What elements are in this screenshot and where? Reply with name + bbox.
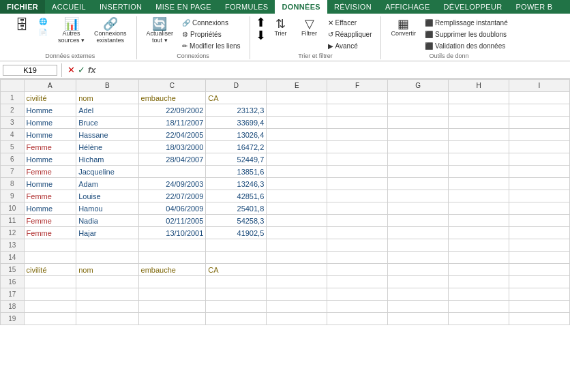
cell-3-B[interactable]: Bruce bbox=[76, 117, 138, 129]
cell-1-D[interactable]: CA bbox=[206, 92, 267, 104]
btn-actualiser-tout[interactable]: 🔄 Actualisertout ▾ bbox=[142, 16, 178, 45]
cell-17-H[interactable] bbox=[449, 288, 509, 301]
cell-4-E[interactable] bbox=[267, 129, 327, 141]
btn-effacer[interactable]: ✕ Effacer bbox=[325, 18, 376, 28]
cell-5-F[interactable] bbox=[327, 141, 388, 153]
cell-4-D[interactable]: 13026,4 bbox=[206, 129, 267, 141]
cell-2-C[interactable]: 22/09/2002 bbox=[138, 104, 206, 117]
btn-filtrer[interactable]: ▽ Filtrer bbox=[296, 16, 323, 38]
cell-12-E[interactable] bbox=[267, 227, 327, 239]
cell-6-A[interactable]: Homme bbox=[24, 153, 76, 166]
cell-2-I[interactable] bbox=[509, 104, 569, 117]
btn-avance[interactable]: ▶ Avancé bbox=[325, 41, 376, 51]
cell-1-I[interactable] bbox=[509, 92, 569, 104]
cell-11-D[interactable]: 54258,3 bbox=[206, 215, 267, 227]
cell-14-F[interactable] bbox=[327, 252, 388, 264]
cell-13-G[interactable] bbox=[388, 239, 449, 252]
cell-16-A[interactable] bbox=[24, 276, 76, 288]
formula-input[interactable] bbox=[100, 66, 570, 74]
cell-12-A[interactable]: Femme bbox=[24, 227, 76, 239]
cell-11-I[interactable] bbox=[509, 215, 569, 227]
cell-14-G[interactable] bbox=[388, 252, 449, 264]
cell-5-C[interactable]: 18/03/2000 bbox=[138, 141, 206, 153]
cell-1-G[interactable] bbox=[388, 92, 449, 104]
cell-9-I[interactable] bbox=[509, 190, 569, 202]
cell-10-F[interactable] bbox=[327, 202, 388, 215]
cell-19-F[interactable] bbox=[327, 313, 388, 325]
cell-19-C[interactable] bbox=[138, 313, 206, 325]
cell-11-B[interactable]: Nadia bbox=[76, 215, 138, 227]
cell-16-G[interactable] bbox=[388, 276, 449, 288]
cell-18-E[interactable] bbox=[267, 301, 327, 313]
cell-15-G[interactable] bbox=[388, 264, 449, 276]
cell-15-A[interactable]: civilité bbox=[24, 264, 76, 276]
cell-18-A[interactable] bbox=[24, 301, 76, 313]
cell-13-E[interactable] bbox=[267, 239, 327, 252]
cell-10-B[interactable]: Hamou bbox=[76, 202, 138, 215]
cell-5-I[interactable] bbox=[509, 141, 569, 153]
name-box[interactable] bbox=[3, 65, 57, 76]
cell-17-I[interactable] bbox=[509, 288, 569, 301]
cell-18-C[interactable] bbox=[138, 301, 206, 313]
tab-formules[interactable]: FORMULES bbox=[218, 0, 275, 14]
btn-reappliquer[interactable]: ↺ Réappliquer bbox=[325, 29, 376, 40]
btn-fichier-texte[interactable]: 📄 bbox=[35, 27, 52, 37]
cell-12-D[interactable]: 41902,5 bbox=[206, 227, 267, 239]
cell-14-I[interactable] bbox=[509, 252, 569, 264]
cell-8-E[interactable] bbox=[267, 178, 327, 190]
tab-powerb[interactable]: POWER B bbox=[509, 0, 559, 14]
cell-16-B[interactable] bbox=[76, 276, 138, 288]
cell-7-B[interactable]: Jacqueline bbox=[76, 166, 138, 178]
cell-17-E[interactable] bbox=[267, 288, 327, 301]
cell-3-H[interactable] bbox=[449, 117, 509, 129]
cell-3-A[interactable]: Homme bbox=[24, 117, 76, 129]
col-header-b[interactable]: B bbox=[76, 80, 138, 92]
cell-12-G[interactable] bbox=[388, 227, 449, 239]
cell-14-D[interactable] bbox=[206, 252, 267, 264]
cell-2-E[interactable] bbox=[267, 104, 327, 117]
cell-15-B[interactable]: nom bbox=[76, 264, 138, 276]
cell-9-F[interactable] bbox=[327, 190, 388, 202]
btn-trier[interactable]: ⇅ Trier bbox=[267, 16, 295, 38]
cell-5-A[interactable]: Femme bbox=[24, 141, 76, 153]
cell-8-D[interactable]: 13246,3 bbox=[206, 178, 267, 190]
cell-11-H[interactable] bbox=[449, 215, 509, 227]
cell-11-A[interactable]: Femme bbox=[24, 215, 76, 227]
cell-7-D[interactable]: 13851,6 bbox=[206, 166, 267, 178]
tab-mise-en-page[interactable]: MISE EN PAGE bbox=[149, 0, 218, 14]
cell-8-F[interactable] bbox=[327, 178, 388, 190]
btn-trier-za[interactable]: ⬇ bbox=[256, 29, 266, 42]
cell-8-G[interactable] bbox=[388, 178, 449, 190]
cell-17-G[interactable] bbox=[388, 288, 449, 301]
cell-15-C[interactable]: embauche bbox=[138, 264, 206, 276]
cell-9-B[interactable]: Louise bbox=[76, 190, 138, 202]
cell-11-G[interactable] bbox=[388, 215, 449, 227]
cell-8-I[interactable] bbox=[509, 178, 569, 190]
tab-accueil[interactable]: ACCUEIL bbox=[45, 0, 93, 14]
confirm-icon[interactable]: ✓ bbox=[78, 65, 85, 75]
btn-access[interactable]: 🗄 bbox=[10, 16, 34, 33]
cell-19-H[interactable] bbox=[449, 313, 509, 325]
cell-4-A[interactable]: Homme bbox=[24, 129, 76, 141]
cell-6-F[interactable] bbox=[327, 153, 388, 166]
cell-19-E[interactable] bbox=[267, 313, 327, 325]
cell-13-D[interactable] bbox=[206, 239, 267, 252]
cell-7-I[interactable] bbox=[509, 166, 569, 178]
cell-17-C[interactable] bbox=[138, 288, 206, 301]
col-header-i[interactable]: I bbox=[509, 80, 569, 92]
cell-18-F[interactable] bbox=[327, 301, 388, 313]
cell-13-C[interactable] bbox=[138, 239, 206, 252]
col-header-c[interactable]: C bbox=[138, 80, 206, 92]
cell-10-H[interactable] bbox=[449, 202, 509, 215]
cell-16-F[interactable] bbox=[327, 276, 388, 288]
cell-13-H[interactable] bbox=[449, 239, 509, 252]
tab-developpeur[interactable]: DÉVELOPPEUR bbox=[437, 0, 509, 14]
cell-17-A[interactable] bbox=[24, 288, 76, 301]
cell-19-B[interactable] bbox=[76, 313, 138, 325]
cell-7-H[interactable] bbox=[449, 166, 509, 178]
cell-4-I[interactable] bbox=[509, 129, 569, 141]
cell-4-F[interactable] bbox=[327, 129, 388, 141]
cell-9-C[interactable]: 22/07/2009 bbox=[138, 190, 206, 202]
cell-7-G[interactable] bbox=[388, 166, 449, 178]
cell-18-B[interactable] bbox=[76, 301, 138, 313]
